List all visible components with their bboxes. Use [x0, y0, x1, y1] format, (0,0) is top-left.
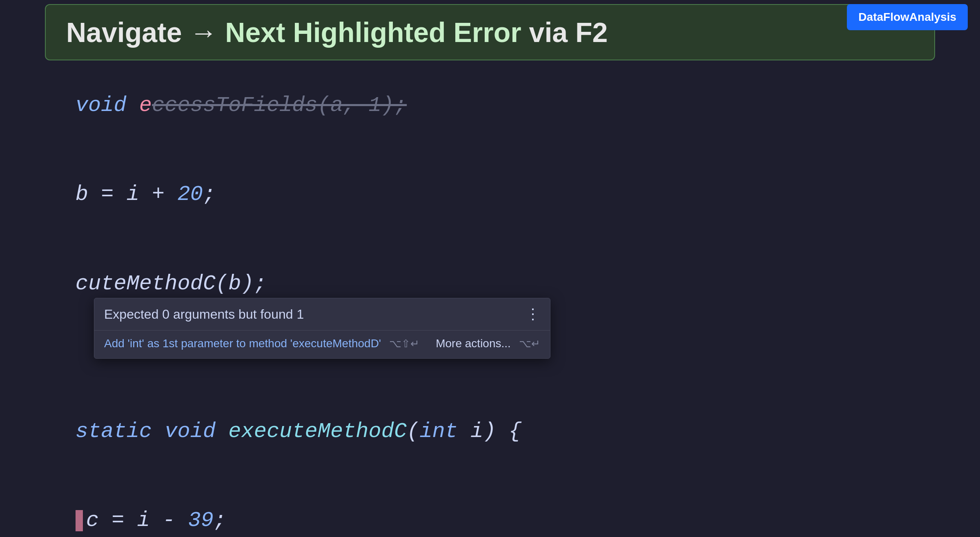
code-line-2: b = i + 20; [24, 150, 956, 239]
code-line-1: void eccessToFields(a, 1); [24, 61, 956, 150]
var-i-1: i [127, 182, 139, 206]
int-kw-1: int [419, 419, 458, 444]
error-fix-label[interactable]: Add 'int' as 1st parameter to method 'ex… [104, 337, 381, 350]
method-c-call: cuteMethodC(b); [76, 272, 267, 296]
code-editor: void eccessToFields(a, 1); b = i + 20; c… [0, 0, 980, 537]
red-mark-1 [76, 510, 83, 531]
number-39: 39 [188, 508, 214, 533]
navigate-banner: Navigate → Next Highlighted Error via F2 [45, 4, 935, 60]
navigate-text: Navigate [66, 17, 182, 48]
error-menu-icon[interactable]: ⋮ [526, 306, 540, 323]
error-message: Expected 0 arguments but found 1 [104, 307, 304, 322]
number-20: 20 [178, 182, 203, 206]
more-actions-shortcut: ⌥↵ [519, 337, 540, 350]
arrow-icon: → [189, 17, 225, 48]
var-i-2: i [137, 508, 150, 533]
error-popup-header: Expected 0 arguments but found 1 ⋮ [94, 298, 550, 330]
var-c: c [86, 508, 99, 533]
code-line-method-c-def: static void executeMethodC(int i) { [24, 387, 956, 476]
error-fix-shortcut: ⌥⇧↵ [389, 337, 419, 350]
empty-2 [24, 358, 956, 387]
key-text: F2 [575, 17, 608, 48]
param-i-1: i [458, 419, 483, 444]
next-highlighted-text: Next Highlighted Error [225, 17, 521, 48]
void-keyword-1: void [76, 93, 139, 118]
navigate-banner-text: Navigate → Next Highlighted Error via F2 [66, 17, 608, 48]
void-kw-1: void [152, 419, 228, 444]
striked-text: ccessToFields(a, 1); [152, 93, 407, 118]
error-popup-action-row: Add 'int' as 1st parameter to method 'ex… [94, 330, 550, 358]
more-actions-label[interactable]: More actions... [436, 337, 511, 350]
dataflow-button[interactable]: DataFlowAnalysis [847, 4, 968, 30]
code-line-c-assign: c = i - 39; [24, 477, 956, 537]
var-b: b [76, 182, 88, 206]
static-kw-1: static [76, 419, 152, 444]
method-c-name: executeMethodC [228, 419, 407, 444]
via-text: via [529, 17, 575, 48]
method-partial: e [139, 93, 152, 118]
error-popup: Expected 0 arguments but found 1 ⋮ Add '… [94, 298, 550, 359]
